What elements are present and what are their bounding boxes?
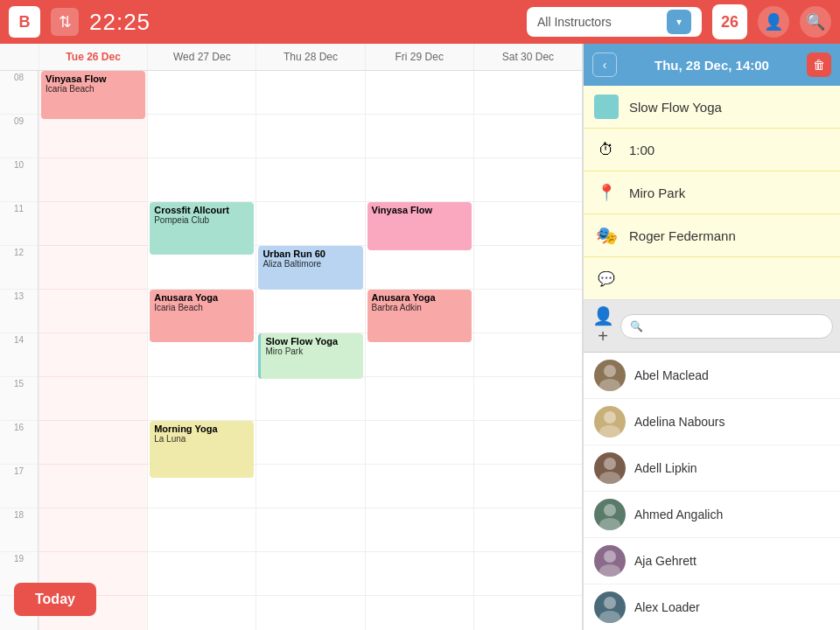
svg-point-9 bbox=[599, 564, 620, 577]
instructor-dropdown-btn[interactable]: ▾ bbox=[667, 10, 691, 34]
event-location-text: Miro Park bbox=[629, 186, 685, 200]
add-person-icon[interactable]: 👤+ bbox=[591, 305, 615, 346]
event-anusara-yoga-wed[interactable]: Anusara Yoga Icaria Beach bbox=[150, 290, 254, 342]
days-grid: Vinyasa Flow Icaria Beach bbox=[38, 71, 582, 630]
instructor-avatar bbox=[594, 452, 626, 484]
instructor-name: Adelina Nabours bbox=[634, 415, 725, 429]
main-layout: Tue 26 Dec Wed 27 Dec Thu 28 Dec Fri 29 … bbox=[0, 44, 840, 630]
instructor-list: Abel Maclead Adelina Nabours Adell Lipki… bbox=[584, 353, 840, 630]
instructor-item[interactable]: Alex Loader bbox=[584, 584, 840, 630]
event-vinyasa-flow-tue[interactable]: Vinyasa Flow Icaria Beach bbox=[41, 71, 145, 119]
event-name-row: Slow Flow Yoga bbox=[584, 86, 840, 129]
svg-point-5 bbox=[599, 472, 620, 484]
day-header-0[interactable]: Tue 26 Dec bbox=[38, 44, 147, 70]
time-column: 08 09 10 11 12 13 14 15 16 17 18 19 20 bbox=[0, 71, 38, 630]
event-slow-flow-yoga[interactable]: Slow Flow Yoga Miro Park bbox=[258, 333, 362, 379]
event-name-text: Slow Flow Yoga bbox=[629, 100, 722, 115]
calendar-date-button[interactable]: 26 bbox=[712, 4, 747, 39]
instructor-icon: 🎭 bbox=[594, 223, 619, 248]
instructor-name: Aja Gehrett bbox=[634, 554, 696, 568]
svg-point-0 bbox=[604, 365, 616, 377]
day-headers: Tue 26 Dec Wed 27 Dec Thu 28 Dec Fri 29 … bbox=[0, 44, 582, 71]
instructor-filter-label: All Instructors bbox=[537, 15, 660, 29]
search-button[interactable]: 🔍 bbox=[800, 6, 831, 38]
calendar-area: Tue 26 Dec Wed 27 Dec Thu 28 Dec Fri 29 … bbox=[0, 44, 582, 630]
event-urban-run[interactable]: Urban Run 60 Aliza Baltimore bbox=[258, 246, 362, 290]
event-instructor-row: 🎭 Roger Federmann bbox=[584, 214, 840, 257]
today-button[interactable]: Today bbox=[14, 583, 96, 616]
instructor-item[interactable]: Adell Lipkin bbox=[584, 445, 840, 492]
toggle-icon[interactable]: ⇅ bbox=[51, 8, 79, 36]
instructor-avatar bbox=[594, 499, 626, 530]
calendar-body[interactable]: 08 09 10 11 12 13 14 15 16 17 18 19 20 bbox=[0, 71, 582, 630]
event-vinyasa-flow-fri[interactable]: Vinyasa Flow bbox=[368, 202, 472, 250]
day-header-1[interactable]: Wed 27 Dec bbox=[147, 44, 256, 70]
panel-delete-button[interactable]: 🗑 bbox=[807, 52, 831, 77]
event-comment-row[interactable]: 💬 bbox=[584, 257, 840, 299]
instructor-search-box[interactable]: 🔍 bbox=[620, 314, 833, 339]
event-instructor-text: Roger Federmann bbox=[629, 228, 736, 243]
comment-icon: 💬 bbox=[594, 266, 619, 290]
day-col-1[interactable]: Crossfit Allcourt Pompeia Club Anusara Y… bbox=[147, 71, 256, 630]
location-icon: 📍 bbox=[594, 180, 619, 205]
app-logo[interactable]: B bbox=[9, 6, 40, 38]
instructor-name: Abel Maclead bbox=[634, 368, 709, 382]
day-header-4[interactable]: Sat 30 Dec bbox=[473, 44, 582, 70]
event-morning-yoga[interactable]: Morning Yoga La Luna bbox=[150, 421, 254, 478]
current-time: 22:25 bbox=[89, 9, 516, 36]
svg-point-7 bbox=[599, 518, 620, 530]
event-crossfit[interactable]: Crossfit Allcourt Pompeia Club bbox=[150, 202, 254, 255]
event-duration-row: ⏱ 1:00 bbox=[584, 129, 840, 172]
svg-point-3 bbox=[599, 425, 620, 438]
instructor-item[interactable]: Aja Gehrett bbox=[584, 538, 840, 584]
time-gutter-header bbox=[0, 44, 38, 70]
profile-button[interactable]: 👤 bbox=[758, 6, 789, 38]
instructor-name: Ahmed Angalich bbox=[634, 508, 723, 522]
search-icon-small: 🔍 bbox=[630, 320, 643, 332]
svg-point-2 bbox=[604, 411, 616, 424]
svg-point-10 bbox=[604, 597, 616, 609]
svg-point-6 bbox=[604, 504, 616, 516]
event-color-swatch bbox=[594, 94, 619, 119]
instructor-item[interactable]: Adelina Nabours bbox=[584, 399, 840, 445]
svg-point-4 bbox=[604, 458, 616, 470]
instructor-item[interactable]: Abel Maclead bbox=[584, 353, 840, 399]
event-detail-section: Slow Flow Yoga ⏱ 1:00 📍 Miro Park 🎭 Roge… bbox=[584, 86, 840, 300]
day-header-3[interactable]: Fri 29 Dec bbox=[365, 44, 473, 70]
event-location-row: 📍 Miro Park bbox=[584, 172, 840, 214]
day-col-2[interactable]: Urban Run 60 Aliza Baltimore Slow Flow Y… bbox=[256, 71, 364, 630]
day-header-2[interactable]: Thu 28 Dec bbox=[256, 44, 364, 70]
instructor-avatar bbox=[594, 360, 626, 391]
top-bar: B ⇅ 22:25 All Instructors ▾ 26 👤 🔍 bbox=[0, 0, 840, 44]
clock-icon: ⏱ bbox=[594, 137, 619, 162]
instructor-avatar bbox=[594, 406, 626, 438]
svg-point-8 bbox=[604, 550, 616, 563]
instructor-item[interactable]: Ahmed Angalich bbox=[584, 492, 840, 538]
right-panel: ‹ Thu, 28 Dec, 14:00 🗑 Slow Flow Yoga ⏱ … bbox=[582, 44, 840, 630]
instructor-avatar bbox=[594, 592, 626, 623]
event-anusara-yoga-fri[interactable]: Anusara Yoga Barbra Adkin bbox=[368, 290, 472, 342]
day-col-0[interactable]: Vinyasa Flow Icaria Beach bbox=[38, 71, 147, 630]
panel-prev-button[interactable]: ‹ bbox=[592, 52, 617, 77]
instructor-name: Adell Lipkin bbox=[634, 461, 697, 475]
instructor-avatar bbox=[594, 545, 626, 577]
panel-header-title: Thu, 28 Dec, 14:00 bbox=[624, 58, 800, 73]
event-duration-text: 1:00 bbox=[629, 143, 654, 158]
instructor-add-section: 👤+ 🔍 bbox=[584, 300, 840, 353]
day-col-3[interactable]: Vinyasa Flow Anusara Yoga Barbra Adkin bbox=[365, 71, 473, 630]
svg-point-11 bbox=[599, 611, 620, 623]
svg-point-1 bbox=[599, 379, 620, 391]
calendar-wrapper: Tue 26 Dec Wed 27 Dec Thu 28 Dec Fri 29 … bbox=[0, 44, 582, 630]
day-col-4[interactable] bbox=[473, 71, 582, 630]
panel-header: ‹ Thu, 28 Dec, 14:00 🗑 bbox=[584, 44, 840, 86]
instructor-name: Alex Loader bbox=[634, 600, 700, 614]
instructor-filter[interactable]: All Instructors ▾ bbox=[527, 7, 702, 37]
